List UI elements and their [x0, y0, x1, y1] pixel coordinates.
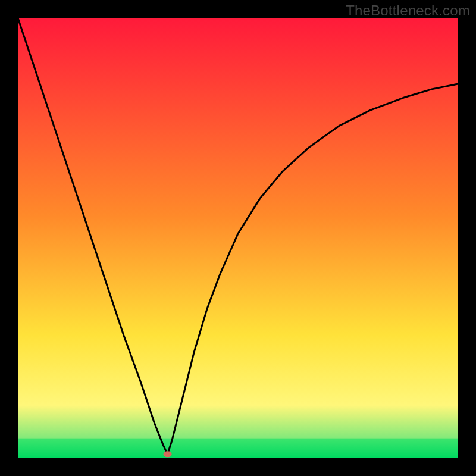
- chart-frame: TheBottleneck.com: [0, 0, 476, 476]
- watermark-text: TheBottleneck.com: [346, 2, 470, 19]
- gradient-background: [18, 18, 458, 458]
- chart-svg: [18, 18, 458, 458]
- minimum-marker: [164, 451, 172, 457]
- bottom-green-band: [18, 439, 458, 458]
- plot-area: [18, 18, 458, 458]
